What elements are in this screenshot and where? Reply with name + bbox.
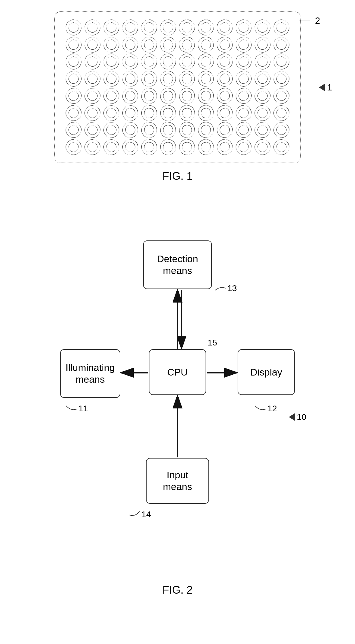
well	[273, 54, 289, 70]
well	[122, 139, 138, 155]
plate-row	[64, 139, 291, 155]
well	[122, 105, 138, 121]
well	[66, 139, 82, 155]
well	[141, 19, 157, 35]
microplate	[54, 11, 301, 163]
ref-curve-12	[255, 405, 266, 412]
well	[217, 139, 233, 155]
ref-label-1: 1	[319, 82, 332, 93]
well	[122, 122, 138, 138]
detection-means-label: Detection means	[157, 253, 198, 276]
display-label: Display	[250, 366, 282, 378]
well	[198, 105, 214, 121]
well	[217, 19, 233, 35]
well	[103, 88, 119, 104]
well	[122, 37, 138, 53]
well	[103, 71, 119, 87]
ref-10: 10	[289, 412, 306, 422]
well	[273, 37, 289, 53]
well	[217, 71, 233, 87]
well	[160, 19, 176, 35]
ref-line-2	[299, 18, 313, 24]
well	[273, 139, 289, 155]
well	[217, 122, 233, 138]
well	[160, 54, 176, 70]
well	[255, 105, 271, 121]
well	[103, 122, 119, 138]
well	[236, 122, 252, 138]
well	[160, 105, 176, 121]
well	[198, 54, 214, 70]
well	[160, 88, 176, 104]
ref-12: 12	[255, 404, 277, 413]
well	[255, 54, 271, 70]
plate-row	[64, 71, 291, 87]
well	[84, 37, 100, 53]
well	[255, 37, 271, 53]
well	[255, 139, 271, 155]
well	[141, 37, 157, 53]
well	[122, 88, 138, 104]
well	[179, 54, 195, 70]
well	[84, 122, 100, 138]
display-box: Display	[238, 349, 295, 395]
well	[198, 71, 214, 87]
well	[160, 139, 176, 155]
well	[66, 122, 82, 138]
well	[236, 139, 252, 155]
fig1-section: 2 1 FIG. 1	[23, 11, 332, 189]
plate-row	[64, 37, 291, 53]
well	[236, 71, 252, 87]
well	[141, 71, 157, 87]
well	[273, 122, 289, 138]
well	[179, 105, 195, 121]
well	[84, 19, 100, 35]
plate-row	[64, 105, 291, 121]
well	[236, 37, 252, 53]
well	[217, 105, 233, 121]
fig2-caption: FIG. 2	[162, 584, 193, 596]
well	[255, 88, 271, 104]
well	[66, 88, 82, 104]
well	[217, 88, 233, 104]
well	[198, 88, 214, 104]
fig2-section: Detection means 13 CPU 15 Illuminating m…	[23, 223, 332, 618]
well	[66, 19, 82, 35]
well	[179, 139, 195, 155]
well	[84, 71, 100, 87]
well	[198, 19, 214, 35]
well	[273, 19, 289, 35]
well	[179, 71, 195, 87]
ref-14: 14	[129, 509, 151, 519]
ref-curve-11	[66, 405, 77, 412]
ref-label-2: 2	[299, 15, 320, 26]
well	[273, 105, 289, 121]
well	[255, 71, 271, 87]
well	[84, 139, 100, 155]
well	[236, 54, 252, 70]
well	[122, 19, 138, 35]
well	[141, 105, 157, 121]
plate-row	[64, 122, 291, 138]
well	[103, 105, 119, 121]
input-means-label: Input means	[163, 469, 192, 493]
well	[66, 37, 82, 53]
well	[255, 19, 271, 35]
well	[103, 19, 119, 35]
well	[84, 54, 100, 70]
well	[273, 88, 289, 104]
well	[66, 71, 82, 87]
ref-15: 15	[208, 338, 217, 347]
cpu-label: CPU	[167, 366, 188, 378]
block-diagram: Detection means 13 CPU 15 Illuminating m…	[49, 223, 306, 572]
input-means-box: Input means	[146, 458, 209, 504]
well	[160, 37, 176, 53]
well	[217, 54, 233, 70]
illuminating-label: Illuminating means	[66, 362, 115, 385]
ref-13: 13	[215, 283, 237, 293]
well	[141, 139, 157, 155]
well	[141, 122, 157, 138]
well	[103, 139, 119, 155]
plate-row	[64, 19, 291, 35]
well	[66, 105, 82, 121]
